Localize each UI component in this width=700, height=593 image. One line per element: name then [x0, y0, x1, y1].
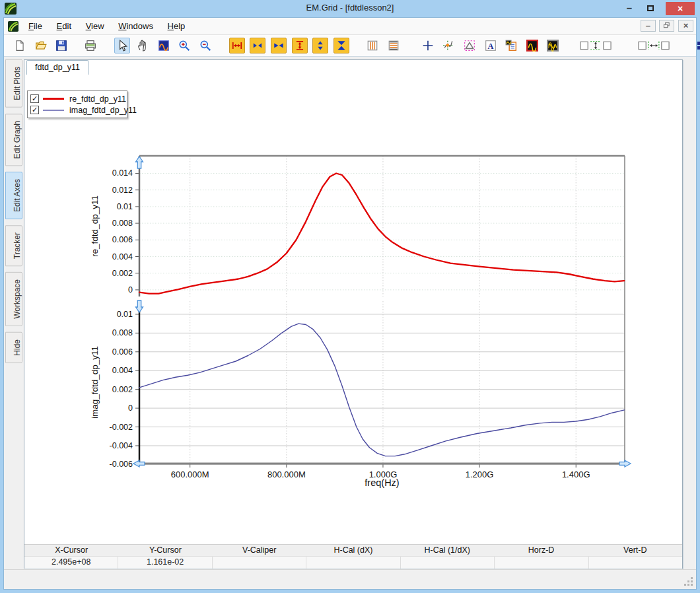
- open-file-button[interactable]: [33, 38, 49, 53]
- v-link-plots-button[interactable]: [577, 38, 615, 53]
- single-trace-button[interactable]: [524, 38, 540, 53]
- cursor-column-value: 1.161e-02: [118, 557, 212, 569]
- mdi-minimize-button[interactable]: –: [641, 20, 656, 32]
- legend-label-re: re_fdtd_dp_y11: [69, 94, 126, 104]
- axis-handle-left-icon: [133, 460, 145, 467]
- h-expand-axis-button[interactable]: [229, 38, 245, 53]
- h-arrows-button[interactable]: [250, 38, 265, 53]
- title-bar: EM.Grid - [fdtdlesson2] – ×: [0, 0, 700, 17]
- multi-trace-button[interactable]: [545, 38, 561, 53]
- sidebar-tab-tracker[interactable]: Tracker: [5, 225, 22, 266]
- svg-text:0: 0: [128, 403, 133, 413]
- axis-handle-right-icon: [619, 460, 631, 467]
- pan-tool-button[interactable]: [135, 38, 151, 53]
- text-annotation-button[interactable]: A: [483, 38, 499, 53]
- vertical-stripes-button[interactable]: [365, 38, 380, 53]
- chart-region: 0.0140.0120.010.0080.0060.0040.0020re_fd…: [24, 75, 682, 544]
- toolbar: A Layout ▾: [4, 35, 696, 57]
- legend-button[interactable]: [503, 38, 519, 53]
- menu-view[interactable]: View: [80, 18, 110, 34]
- horizontal-stripes-button[interactable]: [386, 38, 402, 53]
- axis-handle-up-icon: [136, 157, 143, 168]
- cursor-column-value: [213, 557, 306, 569]
- svg-text:imag_fdtd_dp_y11: imag_fdtd_dp_y11: [90, 346, 100, 419]
- document-tab-bar: fdtd_dp_y11: [24, 60, 682, 75]
- resize-grip[interactable]: [685, 578, 693, 586]
- legend-checkbox-re[interactable]: ✓: [30, 94, 39, 103]
- h-collapse-axis-button[interactable]: [271, 38, 287, 53]
- zoom-in-button[interactable]: [176, 38, 192, 53]
- mdi-restore-button[interactable]: [659, 20, 674, 32]
- svg-text:0.006: 0.006: [112, 235, 133, 244]
- cursor-column-value: [495, 557, 588, 569]
- cursor-column-header: H-Cal (dX): [306, 545, 400, 556]
- cursor-column-value: [589, 557, 682, 569]
- svg-text:0: 0: [128, 285, 133, 295]
- zoom-out-button[interactable]: [197, 38, 213, 53]
- zoom-window-button[interactable]: [156, 38, 172, 53]
- v-arrows-button[interactable]: [312, 38, 328, 53]
- svg-text:0.008: 0.008: [112, 328, 133, 337]
- sidebar-tab-hide[interactable]: Hide: [5, 332, 22, 363]
- legend-checkbox-imag[interactable]: ✓: [30, 106, 39, 114]
- svg-text:0.014: 0.014: [112, 168, 133, 178]
- document-tab[interactable]: fdtd_dp_y11: [26, 60, 88, 75]
- h-link-plots-button[interactable]: [635, 38, 673, 53]
- legend-item: ✓ imag_fdtd_dp_y11: [30, 104, 124, 116]
- app-window: EM.Grid - [fdtdlesson2] – × File Edit Vi…: [0, 0, 700, 593]
- maximize-button[interactable]: [641, 2, 660, 15]
- svg-text:0.01: 0.01: [117, 202, 133, 211]
- v-expand-axis-button[interactable]: [292, 38, 308, 53]
- menu-help[interactable]: Help: [162, 18, 192, 34]
- status-bar: [4, 569, 696, 589]
- layout-icon: [697, 42, 700, 50]
- mdi-close-button[interactable]: ×: [678, 20, 693, 32]
- v-collapse-axis-button[interactable]: [333, 38, 349, 53]
- cursor-readout-values: 2.495e+081.161e-02: [24, 557, 682, 569]
- sidebar-tab-edit-graph[interactable]: Edit Graph: [5, 114, 22, 166]
- mdi-window-controls: – ×: [639, 20, 693, 32]
- menu-file[interactable]: File: [22, 18, 48, 34]
- cursor-column-header: Horz-D: [494, 545, 588, 556]
- cursor-column-header: H-Cal (1/dX): [400, 545, 494, 556]
- tracker-marker-button[interactable]: [440, 38, 456, 53]
- legend-line-sample-imag: [43, 110, 64, 111]
- svg-text:-0.004: -0.004: [110, 441, 133, 450]
- svg-text:800.000M: 800.000M: [267, 470, 306, 479]
- svg-text:0.002: 0.002: [112, 269, 133, 278]
- sidebar-tab-workspace[interactable]: Workspace: [5, 272, 22, 326]
- cursor-column-header: Vert-D: [588, 545, 682, 556]
- svg-text:freq(Hz): freq(Hz): [365, 477, 399, 488]
- side-tab-strip: Edit Plots Edit Graph Edit Axes Tracker …: [5, 59, 23, 566]
- plots-canvas[interactable]: 0.0140.0120.010.0080.0060.0040.0020re_fd…: [90, 148, 638, 498]
- menu-edit[interactable]: Edit: [51, 18, 77, 34]
- close-button[interactable]: ×: [666, 2, 695, 15]
- caliper-button[interactable]: [462, 38, 477, 53]
- svg-text:0.002: 0.002: [112, 385, 133, 394]
- cursor-column-header: V-Caliper: [213, 545, 306, 556]
- svg-text:0.012: 0.012: [112, 186, 133, 195]
- svg-text:0.008: 0.008: [112, 219, 133, 228]
- legend-label-imag: imag_fdtd_dp_y11: [69, 106, 137, 115]
- new-file-button[interactable]: [12, 38, 28, 53]
- cursor-column-header: Y-Cursor: [118, 545, 212, 556]
- sidebar-tab-edit-plots[interactable]: Edit Plots: [5, 59, 22, 108]
- select-tool-button[interactable]: [114, 38, 130, 53]
- svg-text:A: A: [487, 42, 493, 51]
- svg-text:600.000M: 600.000M: [171, 470, 209, 479]
- svg-text:0.004: 0.004: [112, 252, 133, 262]
- sidebar-tab-edit-axes[interactable]: Edit Axes: [5, 172, 22, 219]
- window-body: File Edit View Windows Help – ×: [3, 17, 697, 590]
- svg-text:re_fdtd_dp_y11: re_fdtd_dp_y11: [90, 195, 100, 257]
- crosshair-button[interactable]: [420, 38, 436, 53]
- menu-windows[interactable]: Windows: [112, 18, 159, 34]
- layout-dropdown[interactable]: Layout ▾: [695, 38, 700, 53]
- save-button[interactable]: [53, 38, 69, 53]
- print-button[interactable]: [83, 38, 98, 53]
- plot-legend: ✓ re_fdtd_dp_y11 ✓ imag_fdtd_dp_y11: [27, 90, 127, 118]
- legend-item: ✓ re_fdtd_dp_y11: [30, 93, 124, 104]
- main-area: Edit Plots Edit Graph Edit Axes Tracker …: [4, 57, 696, 569]
- menu-bar: File Edit View Windows Help – ×: [4, 18, 696, 35]
- minimize-button[interactable]: –: [619, 2, 639, 15]
- cursor-readout-headers: X-CursorY-CursorV-CaliperH-Cal (dX)H-Cal…: [24, 545, 682, 557]
